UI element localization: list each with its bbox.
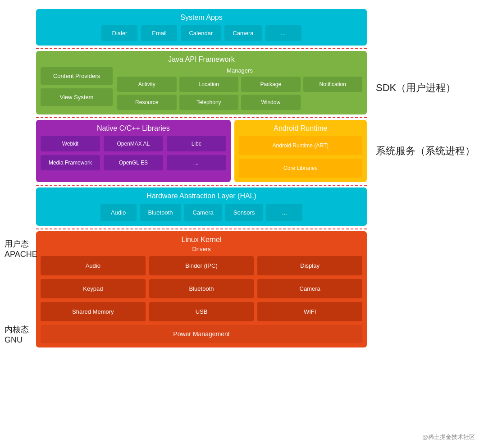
runtime-core-libs: Core Libraries [239,159,362,178]
layer-native: Native C/C++ Libraries Webkit OpenMAX AL… [36,120,231,182]
layer-linux: Linux Kernel Drivers Audio Binder (IPC) … [36,231,367,347]
layer-system-apps: System Apps Dialer Email Calendar Camera… [36,9,367,46]
native-mediafw: Media Framework [41,155,100,170]
app-email: Email [141,25,177,41]
managers-grid: Activity Location Package Notification R… [117,77,362,110]
watermark: @稀土掘金技术社区 [422,433,475,441]
separator-3 [36,185,367,186]
kernel-label-line1: 内核态 [5,325,29,335]
runtime-art: Android Runtime (ART) [239,136,362,155]
system-label: 系统服务（系统进程） [376,144,475,158]
hal-row: Audio Bluetooth Camera Sensors ... [41,204,362,221]
native-more: ... [167,155,226,170]
linux-audio: Audio [41,256,146,275]
linux-wifi: WIFI [257,302,362,321]
layer-android-runtime: Android Runtime Android Runtime (ART) Co… [234,120,367,182]
system-apps-title: System Apps [41,14,362,22]
layer-hal: Hardware Abstraction Layer (HAL) Audio B… [36,187,367,226]
linux-keypad: Keypad [41,279,146,298]
linux-display: Display [257,256,362,275]
linux-grid: Audio Binder (IPC) Display Keypad Blueto… [41,256,362,321]
app-calendar: Calendar [181,25,221,41]
left-label-kernel: 内核态 GNU [5,325,29,346]
userspace-label-line1: 用户态 [5,239,37,249]
main-container: System Apps Dialer Email Calendar Camera… [9,9,475,348]
managers-title: Managers [117,67,362,74]
manager-location: Location [179,77,239,92]
userspace-label-line2: APACHE [5,249,37,260]
power-management-box: Power Management [41,325,362,343]
layer-java-api: Java API Framework Content Providers Vie… [36,51,367,114]
app-more: ... [265,25,301,41]
content-providers-col: Content Providers View System [41,67,113,110]
separator-2 [36,117,367,118]
manager-notification: Notification [303,77,363,92]
hal-audio: Audio [100,204,137,221]
linux-kernel-title: Linux Kernel [41,236,362,244]
manager-package: Package [241,77,301,92]
linux-camera: Camera [257,279,362,298]
android-runtime-title: Android Runtime [239,124,362,133]
kernel-label-line2: GNU [5,335,29,345]
native-libc: Libc [167,136,226,151]
manager-telephony: Telephony [179,95,239,110]
app-dialer: Dialer [101,25,137,41]
native-opengl: OpenGL ES [104,155,163,170]
manager-activity: Activity [117,77,177,92]
view-system-box: View System [41,88,113,106]
drivers-title: Drivers [41,246,362,252]
linux-bluetooth: Bluetooth [149,279,254,298]
system-apps-row: Dialer Email Calendar Camera ... [41,25,362,41]
manager-window: Window [241,95,301,110]
linux-shared-memory: Shared Memory [41,302,146,321]
runtime-grid: Android Runtime (ART) Core Libraries [239,136,362,178]
hal-more: ... [266,204,302,221]
left-label-userspace: 用户态 APACHE [5,239,37,260]
app-camera: Camera [224,25,261,41]
hal-title: Hardware Abstraction Layer (HAL) [41,192,362,200]
diagram-area: System Apps Dialer Email Calendar Camera… [36,9,367,348]
layer-native-runtime: Native C/C++ Libraries Webkit OpenMAX AL… [36,120,367,182]
native-webkit: Webkit [41,136,100,151]
hal-sensors: Sensors [225,204,263,221]
java-api-title: Java API Framework [41,55,362,64]
managers-col: Managers Activity Location Package Notif… [117,67,362,110]
content-providers-box: Content Providers [41,67,113,85]
hal-bluetooth: Bluetooth [140,204,181,221]
java-api-inner: Content Providers View System Managers A… [41,67,362,110]
right-labels: SDK（用户进程） 系统服务（系统进程） [376,9,475,158]
manager-resource: Resource [117,95,177,110]
separator-4 [36,229,367,229]
linux-binder: Binder (IPC) [149,256,254,275]
linux-usb: USB [149,302,254,321]
sdk-label: SDK（用户进程） [376,81,475,95]
native-title: Native C/C++ Libraries [41,124,226,133]
hal-camera: Camera [184,204,221,221]
native-openmax: OpenMAX AL [104,136,163,151]
native-grid: Webkit OpenMAX AL Libc Media Framework O… [41,136,226,170]
separator-1 [36,48,367,49]
